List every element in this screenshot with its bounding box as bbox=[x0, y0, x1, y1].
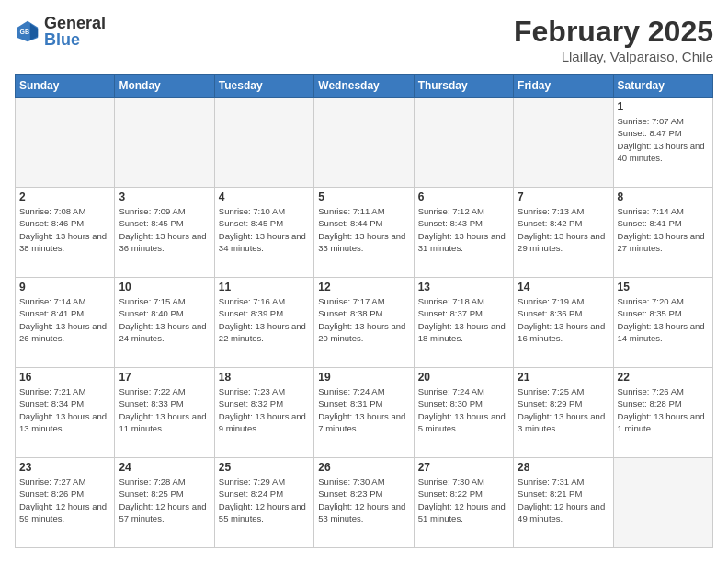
calendar-table: SundayMondayTuesdayWednesdayThursdayFrid… bbox=[15, 74, 713, 548]
day-info: Sunrise: 7:24 AM Sunset: 8:30 PM Dayligh… bbox=[418, 385, 509, 434]
logo-general: General bbox=[44, 15, 106, 31]
day-cell bbox=[414, 98, 513, 188]
day-number: 26 bbox=[318, 461, 409, 474]
day-number: 21 bbox=[518, 371, 609, 384]
day-info: Sunrise: 7:22 AM Sunset: 8:33 PM Dayligh… bbox=[119, 385, 210, 434]
page: GB General Blue February 2025 Llaillay, … bbox=[0, 0, 728, 563]
month-title: February 2025 bbox=[514, 15, 713, 49]
day-cell: 10Sunrise: 7:15 AM Sunset: 8:40 PM Dayli… bbox=[115, 278, 214, 368]
day-cell bbox=[16, 98, 115, 188]
day-cell: 9Sunrise: 7:14 AM Sunset: 8:41 PM Daylig… bbox=[16, 278, 115, 368]
day-info: Sunrise: 7:26 AM Sunset: 8:28 PM Dayligh… bbox=[618, 385, 709, 434]
day-number: 17 bbox=[119, 371, 210, 384]
day-number: 22 bbox=[618, 371, 709, 384]
day-info: Sunrise: 7:08 AM Sunset: 8:46 PM Dayligh… bbox=[19, 205, 110, 254]
day-number: 25 bbox=[219, 461, 310, 474]
day-cell: 11Sunrise: 7:16 AM Sunset: 8:39 PM Dayli… bbox=[214, 278, 313, 368]
week-row-2: 9Sunrise: 7:14 AM Sunset: 8:41 PM Daylig… bbox=[16, 278, 713, 368]
day-info: Sunrise: 7:18 AM Sunset: 8:37 PM Dayligh… bbox=[418, 295, 509, 344]
day-cell: 3Sunrise: 7:09 AM Sunset: 8:45 PM Daylig… bbox=[115, 188, 214, 278]
day-info: Sunrise: 7:30 AM Sunset: 8:22 PM Dayligh… bbox=[418, 476, 509, 524]
day-cell: 24Sunrise: 7:28 AM Sunset: 8:25 PM Dayli… bbox=[115, 458, 214, 548]
day-info: Sunrise: 7:23 AM Sunset: 8:32 PM Dayligh… bbox=[219, 385, 310, 434]
day-cell: 28Sunrise: 7:31 AM Sunset: 8:21 PM Dayli… bbox=[514, 458, 613, 548]
day-cell: 18Sunrise: 7:23 AM Sunset: 8:32 PM Dayli… bbox=[214, 368, 313, 458]
day-info: Sunrise: 7:17 AM Sunset: 8:38 PM Dayligh… bbox=[318, 295, 409, 344]
day-number: 4 bbox=[219, 190, 310, 203]
day-number: 28 bbox=[518, 461, 609, 474]
day-cell: 27Sunrise: 7:30 AM Sunset: 8:22 PM Dayli… bbox=[414, 458, 513, 548]
day-number: 6 bbox=[418, 190, 509, 203]
svg-text:GB: GB bbox=[20, 29, 29, 35]
day-info: Sunrise: 7:09 AM Sunset: 8:45 PM Dayligh… bbox=[119, 205, 210, 254]
day-cell: 4Sunrise: 7:10 AM Sunset: 8:45 PM Daylig… bbox=[214, 188, 313, 278]
day-cell: 23Sunrise: 7:27 AM Sunset: 8:26 PM Dayli… bbox=[16, 458, 115, 548]
day-info: Sunrise: 7:31 AM Sunset: 8:21 PM Dayligh… bbox=[518, 476, 609, 524]
week-row-1: 2Sunrise: 7:08 AM Sunset: 8:46 PM Daylig… bbox=[16, 188, 713, 278]
weekday-header-tuesday: Tuesday bbox=[214, 75, 313, 98]
day-number: 24 bbox=[119, 461, 210, 474]
day-info: Sunrise: 7:11 AM Sunset: 8:44 PM Dayligh… bbox=[318, 205, 409, 254]
day-info: Sunrise: 7:15 AM Sunset: 8:40 PM Dayligh… bbox=[119, 295, 210, 344]
week-row-4: 23Sunrise: 7:27 AM Sunset: 8:26 PM Dayli… bbox=[16, 458, 713, 548]
day-cell: 26Sunrise: 7:30 AM Sunset: 8:23 PM Dayli… bbox=[314, 458, 414, 548]
day-number: 1 bbox=[618, 100, 709, 113]
day-number: 2 bbox=[19, 190, 110, 203]
day-cell: 20Sunrise: 7:24 AM Sunset: 8:30 PM Dayli… bbox=[414, 368, 513, 458]
day-cell: 5Sunrise: 7:11 AM Sunset: 8:44 PM Daylig… bbox=[314, 188, 414, 278]
day-number: 20 bbox=[418, 371, 509, 384]
day-info: Sunrise: 7:30 AM Sunset: 8:23 PM Dayligh… bbox=[318, 476, 409, 524]
day-cell: 8Sunrise: 7:14 AM Sunset: 8:41 PM Daylig… bbox=[613, 188, 712, 278]
day-number: 5 bbox=[318, 190, 409, 203]
day-cell bbox=[613, 458, 712, 548]
day-info: Sunrise: 7:24 AM Sunset: 8:31 PM Dayligh… bbox=[318, 385, 409, 434]
day-number: 14 bbox=[518, 281, 609, 293]
day-cell: 6Sunrise: 7:12 AM Sunset: 8:43 PM Daylig… bbox=[414, 188, 513, 278]
day-cell: 21Sunrise: 7:25 AM Sunset: 8:29 PM Dayli… bbox=[514, 368, 613, 458]
weekday-header-wednesday: Wednesday bbox=[314, 75, 414, 98]
day-cell: 16Sunrise: 7:21 AM Sunset: 8:34 PM Dayli… bbox=[16, 368, 115, 458]
day-info: Sunrise: 7:25 AM Sunset: 8:29 PM Dayligh… bbox=[518, 385, 609, 434]
day-info: Sunrise: 7:12 AM Sunset: 8:43 PM Dayligh… bbox=[418, 205, 509, 254]
day-number: 10 bbox=[119, 281, 210, 293]
weekday-header-thursday: Thursday bbox=[414, 75, 513, 98]
day-info: Sunrise: 7:29 AM Sunset: 8:24 PM Dayligh… bbox=[219, 476, 310, 524]
logo-icon: GB bbox=[15, 18, 40, 44]
weekday-header-monday: Monday bbox=[115, 75, 214, 98]
day-cell: 7Sunrise: 7:13 AM Sunset: 8:42 PM Daylig… bbox=[514, 188, 613, 278]
day-cell: 14Sunrise: 7:19 AM Sunset: 8:36 PM Dayli… bbox=[514, 278, 613, 368]
day-cell: 13Sunrise: 7:18 AM Sunset: 8:37 PM Dayli… bbox=[414, 278, 513, 368]
day-number: 11 bbox=[219, 281, 310, 293]
day-info: Sunrise: 7:19 AM Sunset: 8:36 PM Dayligh… bbox=[518, 295, 609, 344]
week-row-3: 16Sunrise: 7:21 AM Sunset: 8:34 PM Dayli… bbox=[16, 368, 713, 458]
day-info: Sunrise: 7:10 AM Sunset: 8:45 PM Dayligh… bbox=[219, 205, 310, 254]
day-number: 7 bbox=[518, 190, 609, 203]
day-number: 27 bbox=[418, 461, 509, 474]
day-cell bbox=[314, 98, 414, 188]
week-row-0: 1Sunrise: 7:07 AM Sunset: 8:47 PM Daylig… bbox=[16, 98, 713, 188]
logo-blue: Blue bbox=[44, 31, 106, 48]
day-cell: 15Sunrise: 7:20 AM Sunset: 8:35 PM Dayli… bbox=[613, 278, 712, 368]
day-info: Sunrise: 7:21 AM Sunset: 8:34 PM Dayligh… bbox=[19, 385, 110, 434]
day-info: Sunrise: 7:20 AM Sunset: 8:35 PM Dayligh… bbox=[618, 295, 709, 344]
weekday-header-row: SundayMondayTuesdayWednesdayThursdayFrid… bbox=[16, 75, 713, 98]
logo: GB General Blue bbox=[15, 15, 106, 48]
day-info: Sunrise: 7:27 AM Sunset: 8:26 PM Dayligh… bbox=[19, 476, 110, 524]
logo-text: General Blue bbox=[44, 15, 106, 48]
day-number: 18 bbox=[219, 371, 310, 384]
weekday-header-saturday: Saturday bbox=[613, 75, 712, 98]
day-number: 19 bbox=[318, 371, 409, 384]
day-number: 23 bbox=[19, 461, 110, 474]
weekday-header-sunday: Sunday bbox=[16, 75, 115, 98]
day-info: Sunrise: 7:16 AM Sunset: 8:39 PM Dayligh… bbox=[219, 295, 310, 344]
subtitle: Llaillay, Valparaiso, Chile bbox=[514, 49, 713, 64]
title-block: February 2025 Llaillay, Valparaiso, Chil… bbox=[514, 15, 713, 64]
day-number: 8 bbox=[618, 190, 709, 203]
day-cell: 2Sunrise: 7:08 AM Sunset: 8:46 PM Daylig… bbox=[16, 188, 115, 278]
day-cell: 1Sunrise: 7:07 AM Sunset: 8:47 PM Daylig… bbox=[613, 98, 712, 188]
day-number: 16 bbox=[19, 371, 110, 384]
day-number: 13 bbox=[418, 281, 509, 293]
weekday-header-friday: Friday bbox=[514, 75, 613, 98]
header: GB General Blue February 2025 Llaillay, … bbox=[15, 15, 713, 64]
day-cell: 22Sunrise: 7:26 AM Sunset: 8:28 PM Dayli… bbox=[613, 368, 712, 458]
